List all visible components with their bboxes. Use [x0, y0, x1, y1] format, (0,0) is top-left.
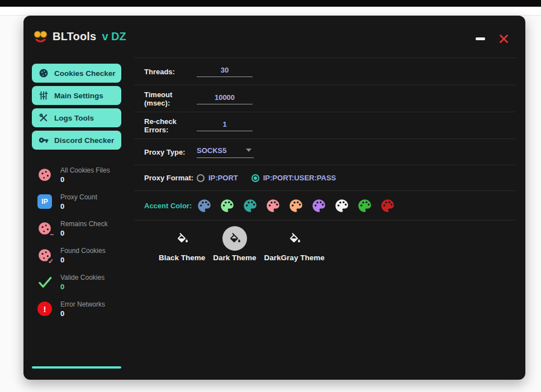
theme-label: DarkGray Theme — [264, 254, 325, 262]
proxy-format-label: Proxy Format: — [144, 174, 197, 182]
sidebar-item-label: Main Settings — [54, 92, 103, 100]
key-icon — [39, 135, 49, 145]
stat-error-networks: ! Error Networks 0 — [37, 300, 127, 318]
theme-row: Black Theme Dark Theme DarkGray Theme — [134, 220, 515, 262]
radio-ip-port-user-pass[interactable]: IP:PORT:USER:PASS — [251, 174, 336, 182]
stat-value: 0 — [60, 255, 106, 265]
sidebar: Cookies Checker Main Settings Logs Tools — [32, 64, 127, 327]
minus-badge-icon: − — [49, 231, 54, 238]
close-button[interactable] — [499, 34, 509, 44]
titlebar: BLTools v DZ — [23, 16, 525, 56]
theme-label: Dark Theme — [213, 254, 256, 262]
proxy-type-select[interactable]: SOCKS5 — [197, 146, 254, 158]
sidebar-item-label: Logs Tools — [54, 114, 94, 122]
dark-theme-button[interactable]: Dark Theme — [213, 226, 256, 262]
palette-icon[interactable] — [197, 198, 212, 213]
check-icon — [37, 275, 53, 290]
threads-input[interactable]: 30 — [197, 66, 253, 77]
recheck-errors-input[interactable]: 1 — [197, 120, 253, 131]
theme-label: Black Theme — [159, 254, 205, 262]
tools-icon — [39, 113, 49, 123]
recheck-errors-label: Re-check Errors: — [144, 117, 197, 134]
sliders-icon — [39, 90, 49, 101]
sidebar-item-cookies-checker[interactable]: Cookies Checker — [32, 64, 121, 83]
radio-selected-icon — [251, 174, 259, 182]
stat-proxy-count: IP Proxy Count 0 — [37, 193, 127, 211]
timeout-input[interactable]: 10000 — [197, 93, 253, 104]
ip-icon: IP — [37, 194, 52, 209]
accent-color-label: Accent Color: — [144, 202, 197, 210]
app-version: v DZ — [102, 30, 126, 43]
timeout-row: Timeout (msec): 10000 — [134, 85, 515, 112]
radio-label: IP:PORT — [208, 174, 238, 182]
settings-panel: Threads: 30 Timeout (msec): 10000 Re-che… — [134, 58, 515, 262]
app-window: BLTools v DZ Cookies Checker M — [23, 16, 525, 380]
radio-ip-port[interactable]: IP:PORT — [197, 174, 238, 182]
paint-bucket-icon — [175, 232, 189, 245]
palette-icon[interactable] — [220, 198, 235, 213]
stat-label: Proxy Count — [60, 193, 97, 202]
black-theme-button[interactable]: Black Theme — [159, 226, 205, 262]
palette-icon[interactable] — [357, 198, 372, 213]
palette-icon[interactable] — [243, 198, 258, 213]
paint-bucket-icon — [228, 232, 241, 245]
sidebar-item-label: Discord Checker — [54, 136, 114, 145]
cookie-icon — [37, 168, 52, 182]
radio-label: IP:PORT:USER:PASS — [263, 174, 336, 182]
proxy-type-value: SOCKS5 — [197, 146, 226, 155]
stat-label: Remains Check — [60, 220, 108, 228]
proxy-type-row: Proxy Type: SOCKS5 — [134, 138, 515, 165]
stat-label: Error Networks — [60, 300, 105, 309]
stat-value: 0 — [60, 282, 105, 291]
screen-top-strip — [0, 0, 541, 7]
sidebar-item-label: Cookies Checker — [54, 69, 116, 78]
recheck-errors-row: Re-check Errors: 1 — [134, 112, 515, 138]
radio-icon — [197, 174, 205, 182]
check-badge-icon: ✓ — [48, 257, 54, 265]
money-face-icon — [33, 29, 48, 44]
proxy-format-row: Proxy Format: IP:PORT IP:PORT:USER:PASS — [134, 165, 515, 190]
stat-valide-cookies: Valide Cookies 0 — [37, 274, 127, 291]
paint-bucket-icon — [288, 232, 301, 245]
palette-icon[interactable] — [288, 198, 303, 213]
app-title: BLTools — [53, 30, 96, 43]
desktop-background-strip — [0, 7, 541, 16]
sidebar-item-main-settings[interactable]: Main Settings — [32, 86, 121, 105]
close-icon — [499, 34, 509, 44]
stat-found-cookies: ✓ Found Cookies 0 — [37, 247, 127, 265]
stat-label: All Cookies Files — [60, 166, 110, 175]
minimize-button[interactable] — [476, 37, 485, 40]
timeout-label: Timeout (msec): — [144, 90, 197, 107]
stat-value: 0 — [60, 175, 110, 184]
threads-row: Threads: 30 — [134, 58, 515, 85]
palette-icon[interactable] — [311, 198, 326, 213]
accent-color-row: Accent Color: — [134, 190, 515, 220]
accent-color-options — [197, 198, 395, 213]
stats-list: All Cookies Files 0 IP Proxy Count 0 − R… — [32, 166, 127, 318]
proxy-type-label: Proxy Type: — [144, 148, 197, 156]
error-icon: ! — [37, 302, 52, 316]
stat-value: 0 — [60, 309, 105, 318]
stat-label: Found Cookies — [60, 247, 106, 255]
stat-remains-check: − Remains Check 0 — [37, 220, 127, 238]
darkgray-theme-button[interactable]: DarkGray Theme — [264, 226, 325, 262]
progress-bar — [32, 366, 121, 369]
chevron-down-icon — [246, 149, 251, 152]
stat-label: Valide Cookies — [60, 274, 105, 282]
sidebar-item-discord-checker[interactable]: Discord Checker — [32, 131, 121, 150]
stat-value: 0 — [60, 228, 108, 238]
sidebar-item-logs-tools[interactable]: Logs Tools — [32, 108, 121, 127]
palette-icon[interactable] — [265, 198, 281, 213]
stat-value: 0 — [60, 202, 97, 211]
cookie-icon — [39, 68, 49, 78]
stat-all-cookies-files: All Cookies Files 0 — [37, 166, 127, 184]
palette-icon[interactable] — [380, 198, 395, 213]
palette-icon[interactable] — [334, 198, 349, 213]
threads-label: Threads: — [144, 68, 197, 76]
